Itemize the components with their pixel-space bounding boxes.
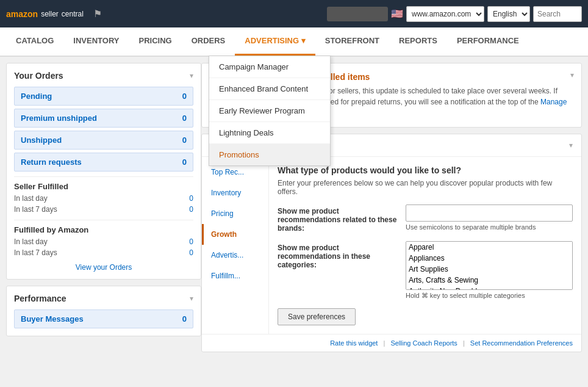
- category-art-supplies[interactable]: Art Supplies: [406, 264, 572, 275]
- nav-storefront[interactable]: STOREFRONT: [315, 27, 389, 56]
- seller-fulfilled-title: Seller Fulfilled: [14, 182, 193, 191]
- performance-widget-title: Performance: [14, 294, 66, 303]
- flag-pin-icon: ⚑: [93, 8, 102, 20]
- return-requests-button[interactable]: Return requests 0: [14, 153, 193, 172]
- advertising-dropdown: Campaign Manager Enhanced Brand Content …: [209, 56, 331, 166]
- categories-label: Show me product recommendations in these…: [278, 241, 400, 269]
- orders-collapse-icon[interactable]: ▾: [190, 71, 193, 80]
- fba-last7-label: In last 7 days: [14, 248, 57, 257]
- brands-form-row: Show me product recommendations related …: [278, 204, 573, 233]
- logo-seller: seller: [41, 10, 59, 18]
- performance-widget: Performance ▾ Buyer Messages 0: [6, 286, 201, 336]
- nav-pricing[interactable]: PRICING: [129, 27, 181, 56]
- seller-fulfilled-lastday-value: 0: [189, 194, 193, 203]
- coach-body: Top Rec... Inventory Pricing Growth Adve…: [202, 157, 581, 334]
- set-recommendation-preferences-link[interactable]: Set Recommendation Preferences: [470, 339, 573, 347]
- coach-tab-growth[interactable]: Growth: [202, 224, 268, 245]
- coach-collapse-icon[interactable]: ▾: [569, 141, 573, 150]
- nav-inventory[interactable]: INVENTORY: [63, 27, 129, 56]
- fba-lastday-row: In last day 0: [14, 236, 193, 247]
- logo-area: amazon seller central: [6, 9, 84, 19]
- seller-fulfilled-last7-value: 0: [189, 205, 193, 214]
- search-input[interactable]: [533, 6, 582, 22]
- pending-button[interactable]: Pending 0: [14, 87, 193, 106]
- top-bar: amazon seller central ⚑ 🇺🇸 www.amazon.co…: [0, 0, 588, 27]
- unshipped-count: 0: [182, 136, 187, 145]
- coach-tabs: Top Rec... Inventory Pricing Growth Adve…: [202, 157, 269, 334]
- store-search-bar[interactable]: [327, 7, 388, 21]
- fba-lastday-value: 0: [189, 237, 193, 246]
- fba-last7-value: 0: [189, 248, 193, 257]
- coach-tab-pricing[interactable]: Pricing: [202, 203, 268, 224]
- coach-main: What type of products would you like to …: [269, 157, 581, 334]
- nav-advertising[interactable]: ADVERTISING ▾: [235, 27, 315, 56]
- brands-input[interactable]: [406, 204, 573, 222]
- buyer-messages-label: Buyer Messages: [21, 314, 84, 324]
- logo-amazon: amazon: [6, 9, 38, 19]
- category-arts-crafts[interactable]: Arts, Crafts & Sewing: [406, 275, 572, 286]
- brands-hint: Use semicolons to separate multiple bran…: [406, 223, 573, 231]
- dropdown-campaign-manager[interactable]: Campaign Manager: [209, 56, 330, 78]
- alert-collapse-icon[interactable]: ▾: [570, 71, 574, 79]
- coach-tab-inventory[interactable]: Inventory: [202, 183, 268, 203]
- categories-select[interactable]: Apparel Appliances Art Supplies Arts, Cr…: [406, 241, 573, 290]
- logo-central: central: [62, 10, 84, 18]
- dropdown-enhanced-brand[interactable]: Enhanced Brand Content: [209, 78, 330, 100]
- pending-label: Pending: [21, 92, 52, 101]
- coach-footer: Rate this widget | Selling Coach Reports…: [202, 334, 581, 352]
- coach-tab-advertising[interactable]: Advertis...: [202, 245, 268, 266]
- seller-fulfilled-last7-row: In last 7 days 0: [14, 204, 193, 215]
- seller-fulfilled-lastday-label: In last day: [14, 194, 48, 203]
- rate-widget-link[interactable]: Rate this widget: [330, 339, 378, 347]
- category-authority-non-durable[interactable]: Authority Non-Durable: [406, 286, 572, 290]
- performance-widget-header: Performance ▾: [14, 294, 193, 303]
- nav-catalog[interactable]: CATALOG: [6, 27, 63, 56]
- nav-performance[interactable]: PERFORMANCE: [447, 27, 529, 56]
- dropdown-early-reviewer[interactable]: Early Reviewer Program: [209, 100, 330, 122]
- premium-unshipped-count: 0: [182, 114, 187, 123]
- seller-fulfilled-last7-label: In last 7 days: [14, 205, 57, 214]
- categories-form-row: Show me product recommendations in these…: [278, 241, 573, 300]
- language-select[interactable]: English: [487, 6, 530, 22]
- return-requests-count: 0: [182, 157, 187, 167]
- orders-widget-title: Your Orders: [14, 71, 63, 81]
- categories-hint: Hold ⌘ key to select multiple categories: [406, 292, 573, 300]
- coach-tab-fulfillment[interactable]: Fulfillm...: [202, 266, 268, 286]
- unshipped-button[interactable]: Unshipped 0: [14, 131, 193, 150]
- fba-last7-row: In last 7 days 0: [14, 247, 193, 258]
- orders-widget: Your Orders ▾ Pending 0 Premium unshippe…: [6, 63, 201, 280]
- orders-widget-header: Your Orders ▾: [14, 71, 193, 81]
- sidebar: Your Orders ▾ Pending 0 Premium unshippe…: [6, 63, 201, 352]
- view-orders-link[interactable]: View your Orders: [14, 263, 193, 272]
- category-apparel[interactable]: Apparel: [406, 242, 572, 253]
- performance-collapse-icon[interactable]: ▾: [190, 294, 193, 303]
- country-flag: 🇺🇸: [391, 8, 403, 20]
- nav-orders[interactable]: ORDERS: [182, 27, 235, 56]
- category-appliances[interactable]: Appliances: [406, 253, 572, 264]
- store-select-area: 🇺🇸 www.amazon.com English: [327, 6, 582, 22]
- selling-coach-widget: Amazon Selling Coach ▾ Top Rec... Invent…: [201, 134, 582, 352]
- brands-label: Show me product recommendations related …: [278, 204, 400, 233]
- pending-count: 0: [182, 92, 187, 101]
- selling-coach-reports-link[interactable]: Selling Coach Reports: [390, 339, 457, 347]
- nav-reports[interactable]: REPORTS: [389, 27, 447, 56]
- nav-bar: CATALOG INVENTORY PRICING ORDERS ADVERTI…: [0, 27, 588, 57]
- premium-unshipped-button[interactable]: Premium unshipped 0: [14, 109, 193, 128]
- footer-sep-2: |: [463, 339, 465, 347]
- return-requests-label: Return requests: [21, 157, 82, 167]
- domain-select[interactable]: www.amazon.com: [406, 6, 484, 22]
- premium-unshipped-label: Premium unshipped: [21, 114, 97, 123]
- dropdown-promotions[interactable]: Promotions: [209, 144, 330, 165]
- save-preferences-button[interactable]: Save preferences: [278, 308, 356, 325]
- coach-description: Enter your preferences below so we can h…: [278, 179, 573, 196]
- brands-input-area: Use semicolons to separate multiple bran…: [406, 204, 573, 231]
- dropdown-lightning-deals[interactable]: Lightning Deals: [209, 122, 330, 144]
- categories-select-area: Apparel Appliances Art Supplies Arts, Cr…: [406, 241, 573, 300]
- buyer-messages-button[interactable]: Buyer Messages 0: [14, 309, 193, 328]
- coach-question: What type of products would you like to …: [278, 165, 573, 175]
- seller-fulfilled-lastday-row: In last day 0: [14, 193, 193, 204]
- fba-title: Fulfilled by Amazon: [14, 225, 193, 234]
- footer-sep-1: |: [383, 339, 385, 347]
- unshipped-label: Unshipped: [21, 136, 62, 145]
- buyer-messages-count: 0: [182, 314, 187, 324]
